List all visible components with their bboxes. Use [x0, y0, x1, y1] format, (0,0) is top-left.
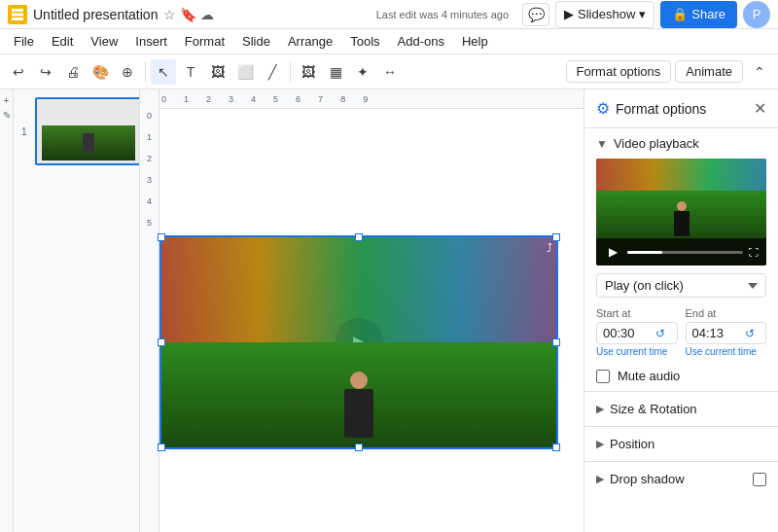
- external-link-icon[interactable]: ⤴: [547, 241, 552, 255]
- avatar[interactable]: P: [743, 1, 770, 28]
- position-header[interactable]: ▶ Position: [584, 427, 778, 461]
- preview-teacher: [674, 201, 690, 236]
- size-rotation-header[interactable]: ▶ Size & Rotation: [584, 392, 778, 426]
- ruler-horizontal: 0123456789: [140, 89, 584, 109]
- fullscreen-icon[interactable]: ⛶: [749, 247, 759, 258]
- present-icon: ▶: [564, 7, 574, 21]
- progress-bar-container: [627, 251, 743, 254]
- resize-handle-bl[interactable]: [158, 443, 165, 451]
- image-button[interactable]: 🖼: [205, 59, 230, 85]
- undo-button[interactable]: ↩: [6, 59, 31, 85]
- layout-button[interactable]: ▦: [323, 59, 348, 85]
- menu-format[interactable]: Format: [177, 32, 232, 51]
- menu-slide[interactable]: Slide: [234, 32, 278, 51]
- chat-button[interactable]: 💬: [522, 3, 549, 26]
- cloud-icon[interactable]: ☁: [200, 7, 214, 22]
- mute-audio-checkbox[interactable]: [596, 370, 610, 383]
- end-use-current-time[interactable]: Use current time: [686, 346, 767, 357]
- drop-shadow-chevron-icon: ▶: [596, 473, 604, 485]
- shapes-button[interactable]: ⬜: [232, 59, 258, 85]
- ruler-v-0: 0: [147, 111, 152, 121]
- redo-button[interactable]: ↪: [33, 59, 58, 85]
- ruler-v-2: 2: [147, 154, 152, 163]
- thumb-video: [42, 125, 134, 160]
- teacher-body: [344, 389, 373, 438]
- transition-button[interactable]: ↔: [377, 59, 403, 85]
- ruler-v-3: 3: [147, 175, 152, 185]
- lines-button[interactable]: ╱: [260, 59, 285, 85]
- share-button[interactable]: 🔒 Share: [660, 1, 737, 28]
- menu-addons[interactable]: Add-ons: [390, 32, 452, 51]
- text-button[interactable]: T: [178, 59, 203, 85]
- title-icons: ☆ 🔖 ☁: [163, 7, 214, 22]
- resize-handle-bc[interactable]: [355, 443, 363, 451]
- menu-insert[interactable]: Insert: [127, 32, 175, 51]
- present-dropdown-icon[interactable]: ▾: [639, 7, 646, 21]
- position-label: Position: [610, 437, 766, 451]
- resize-handle-tr[interactable]: [552, 233, 560, 241]
- theme-button[interactable]: ✦: [350, 59, 375, 85]
- star-icon[interactable]: ☆: [163, 7, 176, 22]
- ruler-v-1: 1: [147, 132, 152, 142]
- menu-view[interactable]: View: [83, 32, 125, 51]
- bookmark-icon[interactable]: 🔖: [180, 7, 196, 22]
- end-at-input[interactable]: [692, 326, 741, 340]
- resize-handle-tl[interactable]: [158, 233, 165, 241]
- slide-upper-area: [159, 109, 584, 235]
- ruler-h-ticks: 0123456789: [161, 94, 385, 104]
- svg-rect-2: [12, 18, 23, 20]
- start-refresh-icon[interactable]: ↺: [655, 327, 665, 340]
- thumb-slide-bg: [42, 102, 134, 160]
- svg-rect-1: [12, 13, 23, 16]
- toolbar-right-buttons: Format options Animate ⌃: [566, 59, 772, 85]
- background-button[interactable]: 🖼: [296, 59, 321, 85]
- drop-shadow-section: ▶ Drop shadow: [584, 461, 778, 496]
- menu-edit[interactable]: Edit: [44, 32, 81, 51]
- start-use-current-time[interactable]: Use current time: [596, 346, 678, 357]
- resize-handle-tc[interactable]: [355, 233, 363, 241]
- drop-shadow-header[interactable]: ▶ Drop shadow: [584, 462, 778, 496]
- size-rotation-chevron-icon: ▶: [596, 403, 604, 415]
- toolbar-divider-2: [290, 62, 291, 82]
- print-button[interactable]: 🖨: [60, 59, 86, 85]
- resize-handle-mr[interactable]: [552, 338, 560, 346]
- slide-1-thumbnail[interactable]: [35, 97, 140, 165]
- start-at-input[interactable]: [603, 326, 652, 340]
- presentation-title[interactable]: Untitled presentation: [33, 7, 158, 22]
- last-edit-text: Last edit was 4 minutes ago: [376, 9, 509, 20]
- format-options-button[interactable]: Format options: [566, 60, 672, 83]
- resize-handle-br[interactable]: [552, 443, 560, 451]
- end-refresh-icon[interactable]: ↺: [745, 327, 755, 340]
- paint-format-button[interactable]: 🎨: [88, 59, 113, 85]
- format-panel-close-button[interactable]: ✕: [754, 99, 766, 118]
- menu-help[interactable]: Help: [454, 32, 496, 51]
- toolbar-collapse-button[interactable]: ⌃: [747, 59, 772, 85]
- format-panel-header: ⚙ Format options ✕: [584, 89, 778, 128]
- video-playback-section-header[interactable]: ▼ Video playback: [584, 128, 778, 159]
- menu-arrange[interactable]: Arrange: [280, 32, 340, 51]
- left-strip-pen-icon[interactable]: ✎: [3, 110, 11, 121]
- animate-button[interactable]: Animate: [675, 60, 743, 83]
- resize-handle-ml[interactable]: [158, 338, 165, 346]
- drop-shadow-checkbox[interactable]: [753, 473, 766, 486]
- play-mode-select[interactable]: Play (on click) Play automatically Play …: [596, 273, 766, 298]
- time-inputs-row: Start at ↺ Use current time End at ↺ Use…: [584, 307, 778, 357]
- video-element[interactable]: ▶ ⤴: [159, 235, 558, 449]
- select-button[interactable]: ↖: [151, 59, 176, 85]
- start-at-input-wrap: ↺: [596, 322, 678, 344]
- canvas-area[interactable]: 0123456789 0 1 2 3 4 5: [140, 89, 584, 532]
- teacher-head: [350, 372, 368, 389]
- left-strip-add-icon[interactable]: +: [4, 95, 10, 106]
- toolbar-divider-1: [145, 62, 146, 82]
- title-bar: Untitled presentation ☆ 🔖 ☁ Last edit wa…: [0, 0, 778, 29]
- menu-file[interactable]: File: [6, 32, 42, 51]
- zoom-button[interactable]: ⊕: [115, 59, 140, 85]
- mute-audio-label: Mute audio: [618, 369, 680, 383]
- preview-play-button[interactable]: ▶: [604, 243, 621, 261]
- video-preview-inner: ▶ ⛶: [596, 159, 766, 266]
- video-content: ▶ ⤴: [161, 237, 556, 447]
- present-button[interactable]: ▶ Slideshow ▾: [555, 1, 654, 28]
- present-label: Slideshow: [578, 7, 635, 21]
- video-playback-label: Video playback: [614, 136, 699, 151]
- menu-tools[interactable]: Tools: [342, 32, 387, 51]
